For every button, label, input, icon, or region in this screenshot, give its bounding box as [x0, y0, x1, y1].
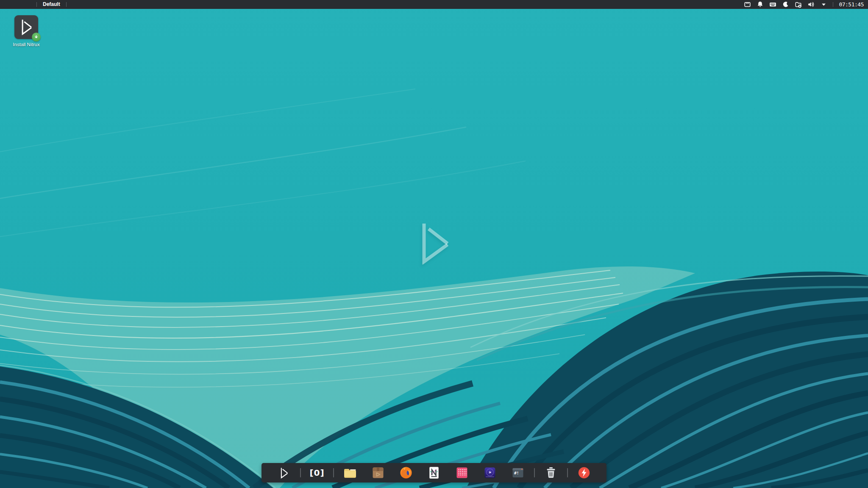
- virtual-desktop-indicator[interactable]: Default: [37, 0, 66, 9]
- shortcut-label: Install Nitrux: [7, 42, 46, 47]
- power-bolt-icon: [577, 466, 591, 480]
- clip-icon: [483, 466, 497, 480]
- desktop[interactable]: Default: [0, 0, 868, 488]
- trash-icon: [544, 466, 558, 480]
- svg-text:#!: #!: [514, 471, 519, 475]
- panel-separator: [833, 2, 833, 7]
- expand-tray-caret-icon[interactable]: [820, 1, 827, 8]
- network-icon[interactable]: [744, 1, 751, 8]
- dock-separator: [333, 468, 334, 477]
- dock: [0]: [262, 463, 606, 482]
- disks-devices-icon[interactable]: [795, 1, 802, 8]
- dock-separator: [300, 468, 301, 477]
- pix-icon: [455, 466, 469, 480]
- text-editor-button[interactable]: [427, 466, 441, 480]
- trash-button[interactable]: [544, 466, 558, 480]
- app-launcher-button[interactable]: [277, 466, 291, 480]
- download-badge-icon: [32, 33, 41, 42]
- firefox-button[interactable]: [399, 466, 413, 480]
- system-tray: 07:51:45: [744, 0, 868, 9]
- top-panel: Default: [0, 0, 868, 9]
- folder-icon: [343, 466, 357, 480]
- dock-separator: [567, 468, 568, 477]
- install-nitrux-shortcut[interactable]: Install Nitrux: [7, 15, 46, 47]
- file-manager-button[interactable]: [343, 466, 357, 480]
- nota-icon: [427, 466, 441, 480]
- notifications-bell-icon[interactable]: [757, 1, 764, 8]
- power-menu-button[interactable]: [577, 466, 591, 480]
- software-center-button[interactable]: [371, 466, 385, 480]
- panel-left: Default: [0, 0, 67, 9]
- digital-clock[interactable]: 07:51:45: [839, 1, 864, 8]
- panel-separator: [66, 2, 67, 7]
- nitrux-installer-icon: [14, 15, 38, 39]
- night-light-moon-icon[interactable]: [782, 1, 789, 8]
- nitrux-logo-watermark: [416, 221, 452, 266]
- keyboard-layout-icon[interactable]: [769, 1, 776, 8]
- firefox-icon: [399, 466, 413, 480]
- media-player-button[interactable]: [483, 466, 497, 480]
- volume-icon[interactable]: [807, 1, 815, 8]
- terminal-button[interactable]: #!: [511, 466, 525, 480]
- station-terminal-icon: #!: [511, 466, 525, 480]
- virtual-desktop-pager[interactable]: [0]: [310, 466, 324, 480]
- image-viewer-button[interactable]: [455, 466, 469, 480]
- pager-label: [0]: [309, 466, 324, 480]
- dock-separator: [534, 468, 535, 477]
- nitrux-launcher-icon: [279, 467, 289, 479]
- package-box-icon: [371, 466, 385, 480]
